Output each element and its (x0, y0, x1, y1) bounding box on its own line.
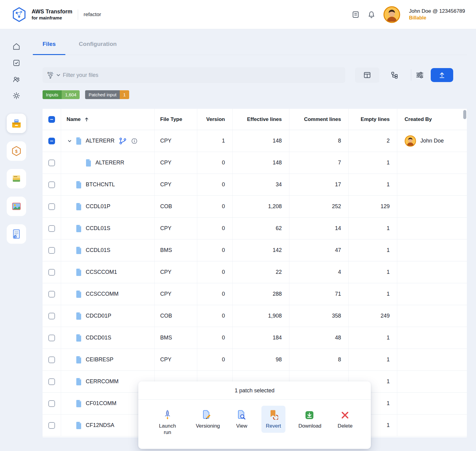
sidebar-item-image[interactable] (7, 197, 26, 216)
version: 0 (197, 283, 232, 305)
sidebar-item-files-drawer[interactable] (7, 114, 26, 133)
file-name: ALTERERR (95, 160, 124, 166)
file-type: BMS (154, 239, 197, 261)
column-header-comment-lines[interactable]: Comment lines (289, 109, 348, 130)
bql-filter-icon[interactable]: BQL (47, 72, 54, 79)
empty-lines: 1 (348, 152, 397, 174)
team-icon[interactable] (12, 75, 20, 83)
invoice-icon: $ (11, 228, 22, 240)
delete-button[interactable]: Delete (333, 406, 357, 433)
version: 0 (197, 196, 232, 217)
tab-files[interactable]: Files (43, 41, 56, 55)
chevron-down-icon[interactable] (56, 74, 60, 77)
column-header-name[interactable]: Name (67, 116, 81, 122)
file-icon (76, 334, 82, 342)
table-row[interactable]: ALTERERR CPY 1 148 8 2 (43, 130, 467, 152)
file-type: CPY (154, 283, 197, 305)
view-button[interactable]: View (231, 406, 253, 433)
home-icon[interactable] (12, 43, 20, 50)
user-avatar[interactable] (383, 6, 400, 23)
row-checkbox[interactable] (48, 378, 55, 385)
notifications-bell-icon[interactable] (367, 11, 375, 19)
tree-view-button[interactable] (382, 67, 407, 83)
comment-lines: 8 (289, 130, 348, 152)
patched-badge-count: 1 (120, 90, 129, 99)
popup-title: 1 patch selected (138, 381, 371, 400)
tab-configuration[interactable]: Configuration (79, 41, 117, 55)
table-row[interactable]: CCSCCOMM CPY 0 288 71 1 (43, 283, 467, 305)
scrollbar-thumb[interactable] (463, 110, 466, 119)
column-header-effective-lines[interactable]: Effective lines (232, 109, 289, 130)
empty-lines: 1 (348, 327, 397, 349)
versioning-button[interactable]: Versioning (191, 406, 222, 433)
row-checkbox[interactable] (48, 291, 55, 298)
revert-label: Revert (266, 423, 281, 429)
table-row[interactable]: ALTERERR CPY 0 148 7 1 (43, 152, 467, 174)
tasks-icon[interactable] (12, 59, 20, 67)
empty-lines: 249 (348, 305, 397, 327)
release-notes-icon[interactable] (352, 11, 360, 19)
sidebar-item-cards[interactable] (7, 169, 26, 188)
table-row[interactable]: CCDL01S BMS 0 142 47 1 (43, 239, 467, 261)
row-checkbox[interactable] (48, 160, 55, 166)
table-row[interactable]: CCSCCOM1 CPY 0 22 4 1 (43, 261, 467, 283)
table-row[interactable]: CCDL01P COB 0 1,208 252 129 (43, 196, 467, 218)
table-row[interactable]: CCDL01S CPY 0 62 14 1 (43, 218, 467, 239)
column-header-file-type[interactable]: File Type (154, 109, 197, 130)
sidebar-item-hexagon-currency[interactable]: $ (7, 141, 26, 161)
table-row[interactable]: BTCHCNTL CPY 0 34 17 1 (43, 174, 467, 196)
delete-x-icon (340, 411, 350, 420)
file-name: CF01COMM (86, 400, 116, 407)
row-checkbox[interactable] (48, 181, 55, 188)
column-header-created-by[interactable]: Created By (397, 109, 467, 130)
file-icon (76, 225, 82, 232)
effective-lines: 34 (232, 174, 289, 195)
user-name: John Doe @ 123456789 (409, 8, 465, 14)
row-checkbox[interactable] (48, 335, 55, 341)
row-checkbox[interactable] (48, 400, 55, 407)
column-header-version[interactable]: Version (197, 109, 232, 130)
revert-button[interactable]: Revert (261, 406, 285, 433)
settings-gear-icon[interactable] (12, 92, 20, 100)
table-row[interactable]: CDCD01S BMS 0 184 48 1 (43, 327, 467, 349)
file-icon (76, 378, 82, 385)
filter-box[interactable]: BQL (43, 67, 345, 83)
view-label: View (236, 423, 247, 429)
table-row[interactable]: CDCD01P COB 0 1,908 358 249 (43, 305, 467, 327)
row-checkbox[interactable] (48, 269, 55, 276)
download-button[interactable]: Download (294, 406, 325, 433)
row-checkbox[interactable] (48, 138, 55, 144)
upload-button[interactable] (431, 68, 453, 82)
file-icon (85, 159, 91, 167)
effective-lines: 62 (232, 218, 289, 239)
comment-lines: 47 (289, 239, 348, 261)
filter-input[interactable] (63, 72, 341, 78)
table-scrollbar[interactable] (463, 109, 466, 437)
comment-lines: 17 (289, 174, 348, 195)
select-all-checkbox[interactable] (48, 116, 55, 123)
effective-lines: 142 (232, 239, 289, 261)
row-checkbox[interactable] (48, 225, 55, 232)
launch-run-button[interactable]: Launch run (152, 406, 183, 439)
file-icon (76, 356, 82, 363)
row-checkbox[interactable] (48, 313, 55, 319)
file-type: CPY (154, 152, 197, 174)
tune-settings-icon[interactable] (416, 71, 424, 79)
info-icon[interactable] (131, 138, 138, 144)
row-checkbox[interactable] (48, 422, 55, 429)
chevron-down-icon[interactable] (67, 138, 73, 144)
table-view-button[interactable] (355, 67, 379, 83)
rocket-icon (163, 410, 172, 420)
app-title-block: AWS Transform for mainframe (32, 8, 72, 21)
row-checkbox[interactable] (48, 356, 55, 363)
branch-icon[interactable] (119, 137, 127, 145)
row-checkbox[interactable] (48, 203, 55, 210)
version: 0 (197, 218, 232, 239)
row-checkbox[interactable] (48, 247, 55, 254)
comment-lines: 7 (289, 152, 348, 174)
effective-lines: 98 (232, 349, 289, 370)
column-header-empty-lines[interactable]: Empty lines (348, 109, 397, 130)
sidebar-item-invoice[interactable]: $ (7, 224, 26, 244)
table-row[interactable]: CEIBRESP CPY 0 98 8 1 (43, 349, 467, 371)
sort-ascending-icon[interactable] (84, 116, 90, 122)
